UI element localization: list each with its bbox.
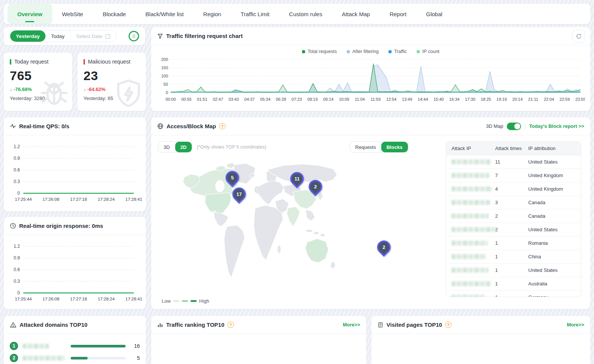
visited-pages-help-icon[interactable]: ? (445, 322, 452, 328)
toggle-knob (514, 123, 520, 129)
tab-website-label: WebSite (62, 11, 83, 17)
masked-domain (23, 356, 65, 361)
legend-traffic[interactable]: Traffic (388, 49, 407, 54)
tab-attack-map[interactable]: Attack Map (332, 4, 380, 24)
visited-pages-more-link[interactable]: More>> (567, 322, 584, 328)
svg-text:0.9: 0.9 (14, 156, 20, 161)
tab-global[interactable]: Global (416, 4, 452, 24)
attack-times-value: 7 (495, 173, 528, 178)
legend-after-label: After filtering (352, 49, 379, 54)
pulse-icon (10, 123, 16, 129)
attack-ip-table[interactable]: Attack IP Attack times IP attribution 11… (446, 141, 581, 297)
svg-text:20:14: 20:14 (512, 97, 523, 102)
density-dash-mid (182, 300, 188, 302)
origin-title: Real-time origin response: 0ms (19, 223, 103, 229)
tab-blockade-label: Blockade (103, 11, 126, 17)
masked-ip (452, 200, 490, 205)
shield-bolt-icon (112, 77, 145, 110)
ip-attribution-value: Australia (528, 281, 581, 287)
attack-times-value: 1 (495, 254, 528, 259)
access-block-map-card: Access/Block Map ? 3D Map Today's Block … (151, 117, 590, 309)
col-ip-attribution: IP attribution (528, 146, 581, 151)
svg-text:1.2: 1.2 (14, 144, 20, 149)
svg-text:18:25: 18:25 (481, 97, 491, 102)
map-pin[interactable]: 17 (229, 185, 249, 204)
today-button[interactable]: Today (45, 30, 70, 42)
attack-table-row: 1Australia (446, 277, 581, 291)
visited-pages-title: Visited pages TOP10 (386, 322, 442, 328)
legend-after-filtering[interactable]: After filtering (347, 49, 379, 54)
request-block-segmented: Requests Blocks (350, 141, 408, 153)
toggle-3d-map-label: 3D Map (486, 123, 503, 129)
svg-text:17:26:08: 17:26:08 (42, 297, 59, 301)
svg-text:17:26:08: 17:26:08 (42, 197, 59, 202)
traffic-ranking-more-link[interactable]: More>> (343, 322, 360, 328)
today-request-title-row: Today request (10, 59, 66, 65)
select-date-placeholder: Select Date (76, 33, 103, 39)
refresh-icon (576, 33, 582, 39)
svg-text:0: 0 (166, 90, 168, 95)
attack-times-value: 2 (495, 227, 528, 232)
svg-text:14:44: 14:44 (418, 97, 428, 102)
svg-text:17:30: 17:30 (465, 97, 476, 102)
traffic-ranking-help-icon[interactable]: ? (227, 322, 234, 328)
requests-button[interactable]: Requests (350, 142, 381, 152)
domain-attack-count: 5 (130, 355, 140, 361)
blocks-button[interactable]: Blocks (381, 142, 408, 152)
svg-text:1.2: 1.2 (14, 244, 20, 249)
map-pin[interactable]: 11 (288, 169, 307, 188)
yesterday-button[interactable]: Yesterday (10, 30, 45, 42)
legend-dot-traffic (388, 50, 392, 53)
mode-3d-button[interactable]: 3D (158, 142, 175, 152)
attacked-domains-list: 11625 (4, 334, 146, 364)
ip-attribution-value: Romania (528, 240, 581, 246)
todays-block-report-link[interactable]: Today's Block report >> (529, 123, 584, 129)
map-pin[interactable]: 5 (223, 168, 242, 187)
world-map[interactable]: 5171122 (158, 155, 444, 293)
date-filter-card: Yesterday Today Select Date 0 (4, 27, 145, 45)
svg-text:50: 50 (164, 82, 168, 86)
map-help-icon[interactable]: ? (219, 123, 226, 129)
tab-black-white-list[interactable]: Black/White list (136, 4, 194, 24)
attack-table-row: 2Canada (446, 209, 581, 223)
map-header: Access/Block Map ? 3D Map Today's Block … (151, 117, 590, 135)
domain-bar-fill (71, 345, 126, 347)
legend-dot-total (302, 50, 305, 53)
svg-text:06:28: 06:28 (276, 97, 286, 102)
attack-table-row: 7United Kingdom (446, 169, 581, 182)
tab-custom-rules[interactable]: Custom rules (279, 4, 332, 24)
map-title: Access/Block Map (167, 123, 216, 129)
legend-low-label: Low (162, 298, 171, 304)
tab-overview[interactable]: Overview (8, 4, 52, 24)
ip-attribution-value: United States (528, 159, 581, 165)
tab-website[interactable]: WebSite (52, 4, 93, 24)
legend-ip-count[interactable]: IP count (417, 49, 439, 54)
select-date-input[interactable]: Select Date (70, 30, 116, 42)
refresh-button[interactable] (572, 30, 585, 42)
map-pin[interactable]: 2 (374, 238, 394, 257)
map-pin[interactable]: 2 (306, 177, 325, 196)
svg-text:00:55: 00:55 (181, 97, 192, 102)
svg-text:17:25:44: 17:25:44 (15, 297, 32, 301)
rank-badge: 2 (10, 354, 18, 362)
map-pin-count: 2 (379, 242, 389, 253)
svg-text:0.6: 0.6 (14, 167, 20, 173)
tab-report[interactable]: Report (380, 4, 416, 24)
dimension-segmented: 3D 2D (158, 141, 192, 153)
ip-attribution-value: United Kingdom (528, 186, 581, 192)
attack-times-value: 1 (495, 240, 528, 246)
toggle-3d-map[interactable] (507, 123, 521, 130)
tab-region[interactable]: Region (194, 4, 231, 24)
origin-header: Real-time origin response: 0ms (4, 217, 146, 235)
origin-chart-plot: 00.30.60.91.217:25:4417:26:0817:27:1817:… (4, 236, 146, 309)
attack-times-value: 1 (495, 281, 528, 287)
tab-blockade[interactable]: Blockade (93, 4, 136, 24)
svg-text:17:28:41: 17:28:41 (126, 297, 142, 301)
tab-traffic-limit[interactable]: Traffic Limit (231, 4, 279, 24)
map-pin-count: 17 (234, 189, 244, 199)
legend-total-requests[interactable]: Total requests (302, 49, 337, 54)
attack-times-value: 11 (495, 159, 528, 165)
mode-2d-button[interactable]: 2D (175, 142, 192, 152)
qps-header: Real-time QPS: 0/s (4, 117, 146, 135)
masked-ip (452, 187, 492, 191)
